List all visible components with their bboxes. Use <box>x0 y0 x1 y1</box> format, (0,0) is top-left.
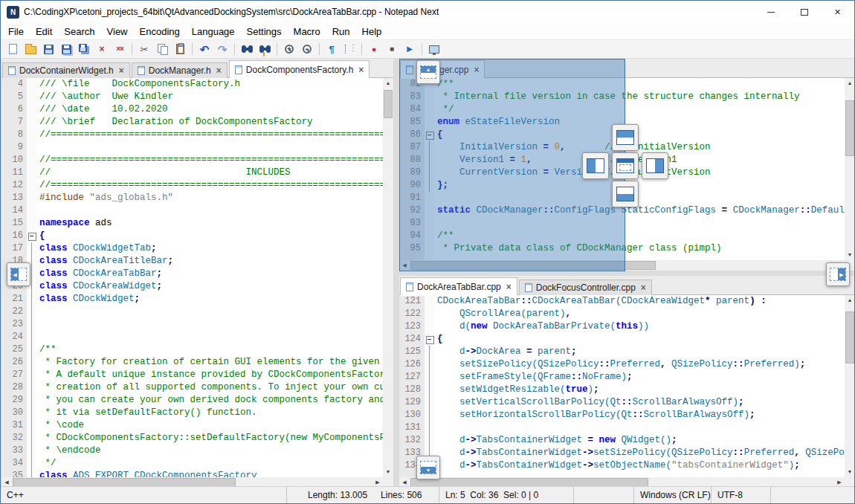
new-file-button[interactable] <box>4 41 22 57</box>
status-eol: Windows (CR LF) <box>634 490 711 500</box>
indent-guide-button[interactable] <box>341 41 358 57</box>
redo-button[interactable]: ↷ <box>213 41 231 57</box>
app-icon: N <box>7 6 19 19</box>
title-bar: N C:\CodingXP\cetoni_projects_64bit\QtAd… <box>1 1 854 23</box>
paste-icon <box>176 44 184 54</box>
window-list-icon <box>429 45 439 54</box>
dock-edge-glyph: ◀ <box>10 268 27 281</box>
record-macro-icon: ● <box>372 45 377 54</box>
save-copy-button[interactable] <box>57 41 75 57</box>
status-language: C++ <box>1 490 286 500</box>
window-title: C:\CodingXP\cetoni_projects_64bit\QtAdva… <box>24 7 439 17</box>
undo-icon: ↶ <box>200 44 210 55</box>
menu-macro[interactable]: Macro <box>288 25 326 39</box>
main-toolbar: ×××✂↶↷+−¶●■▶ <box>1 39 854 59</box>
status-lines: Lines: 506 <box>381 490 422 500</box>
toolbar-separator <box>132 43 132 55</box>
new-file-icon <box>9 44 17 54</box>
show-all-chars-icon: ¶ <box>329 45 334 54</box>
close-all-icon: ×× <box>116 45 123 53</box>
indent-guide-icon <box>345 45 354 54</box>
menu-language[interactable]: Language <box>186 25 241 39</box>
minimize-button[interactable] <box>754 1 787 23</box>
menu-run[interactable]: Run <box>326 25 356 39</box>
dock-edge-glyph: ▲ <box>420 65 436 79</box>
paste-button[interactable] <box>171 41 189 57</box>
zoom-in-icon: + <box>285 45 294 54</box>
minimize-icon <box>767 12 775 13</box>
close-icon: × <box>834 6 840 18</box>
stop-record-icon: ■ <box>390 45 394 53</box>
menu-view[interactable]: View <box>101 25 134 39</box>
show-all-chars-button[interactable]: ¶ <box>323 41 341 57</box>
edge-drop-indicator-top-icon[interactable]: ▲ <box>416 60 440 84</box>
menu-settings[interactable]: Settings <box>241 25 288 39</box>
redo-icon: ↷ <box>218 44 228 55</box>
dock-edge-indicators: ◀▲▶▼ <box>1 59 854 486</box>
status-length: Length: 13.005 <box>308 490 367 500</box>
zoom-in-button[interactable]: + <box>280 41 298 57</box>
zoom-out-icon: − <box>303 45 312 54</box>
toolbar-separator <box>277 43 277 55</box>
copy-icon <box>158 44 167 54</box>
menu-edit[interactable]: Edit <box>30 25 58 39</box>
save-icon <box>44 45 54 54</box>
close-icon: × <box>99 45 104 54</box>
close-button[interactable]: × <box>821 1 854 23</box>
status-caret-position: Ln: 5 Col: 36 Sel: 0 | 0 <box>439 490 573 500</box>
close-button[interactable]: × <box>93 41 111 57</box>
save-all-button[interactable] <box>75 41 93 57</box>
status-encoding: UTF-8 <box>712 490 770 500</box>
maximize-icon <box>801 9 808 16</box>
edge-drop-indicator-bottom-icon[interactable]: ▼ <box>416 456 440 479</box>
dock-edge-glyph: ▼ <box>420 461 436 474</box>
record-macro-button[interactable]: ● <box>365 41 383 57</box>
status-separator <box>770 487 771 503</box>
replace-button[interactable] <box>256 41 274 57</box>
cut-icon: ✂ <box>141 45 149 54</box>
close-all-button[interactable]: ×× <box>111 41 129 57</box>
status-separator <box>573 487 574 503</box>
edge-drop-indicator-left-icon[interactable]: ◀ <box>7 262 30 286</box>
save-copy-icon <box>62 45 71 54</box>
menu-help[interactable]: Help <box>356 25 388 39</box>
open-file-button[interactable] <box>22 41 39 57</box>
menu-encoding[interactable]: Encoding <box>134 25 186 39</box>
menu-bar: FileEditSearchViewEncodingLanguageSettin… <box>1 23 854 39</box>
edge-drop-indicator-right-icon[interactable]: ▶ <box>826 262 850 286</box>
cut-button[interactable]: ✂ <box>135 41 153 57</box>
open-file-icon <box>25 46 36 54</box>
copy-button[interactable] <box>153 41 171 57</box>
toolbar-separator <box>319 43 320 55</box>
toolbar-separator <box>361 43 362 55</box>
find-button[interactable] <box>238 41 256 57</box>
dock-edge-glyph: ▶ <box>830 268 846 281</box>
toolbar-separator <box>234 43 235 55</box>
play-macro-icon: ▶ <box>407 45 413 53</box>
app-icon-letter: N <box>10 8 16 16</box>
toolbar-separator <box>192 43 193 55</box>
save-all-icon <box>79 44 87 52</box>
undo-button[interactable]: ↶ <box>196 41 213 57</box>
menu-search[interactable]: Search <box>58 25 100 39</box>
app-window: N C:\CodingXP\cetoni_projects_64bit\QtAd… <box>0 0 855 504</box>
menu-file[interactable]: File <box>2 25 30 39</box>
play-macro-button[interactable]: ▶ <box>401 41 419 57</box>
window-list-button[interactable] <box>425 41 443 57</box>
workspace: DockContainerWidget.h × DockManager.h × … <box>1 59 854 486</box>
replace-icon <box>259 45 271 53</box>
window-controls: × <box>754 1 854 23</box>
maximize-button[interactable] <box>787 1 821 23</box>
stop-record-button[interactable]: ■ <box>383 41 401 57</box>
toolbar-separator <box>422 43 422 55</box>
find-icon <box>242 45 253 53</box>
save-button[interactable] <box>39 41 57 57</box>
zoom-out-button[interactable]: − <box>298 41 316 57</box>
status-bar: C++ Length: 13.005Lines: 506 Ln: 5 Col: … <box>1 486 854 503</box>
